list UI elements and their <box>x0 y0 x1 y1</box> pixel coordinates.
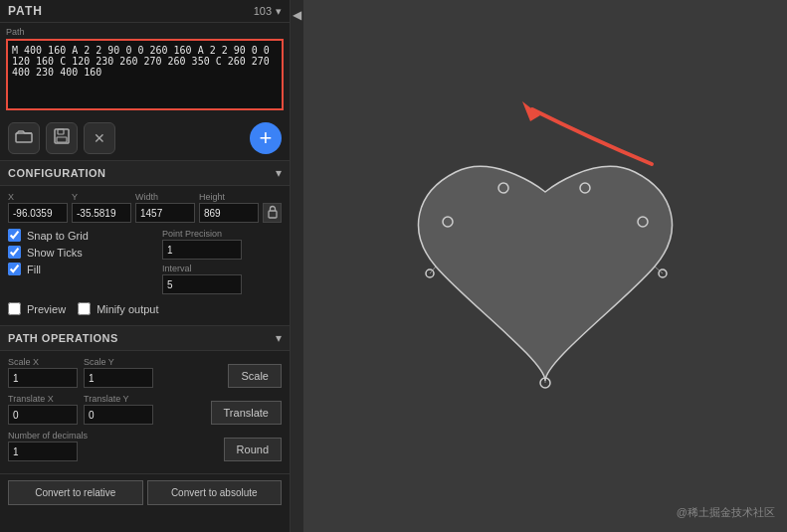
x-input[interactable] <box>8 203 68 223</box>
scale-y-label: Scale Y <box>84 357 153 367</box>
x-field-group: X <box>8 192 68 223</box>
interval-group: Interval <box>162 264 282 294</box>
width-label: Width <box>135 192 195 202</box>
canvas-area[interactable]: @稀土掘金技术社区 <box>303 0 787 532</box>
minify-row: Minify output <box>78 302 158 315</box>
fill-checkbox[interactable] <box>8 263 21 275</box>
snap-to-grid-label: Snap to Grid <box>27 230 89 242</box>
path-input[interactable]: M 400 160 A 2 2 90 0 0 260 160 A 2 2 90 … <box>6 39 284 110</box>
path-operations-title: PATH OPERATIONS <box>8 332 118 344</box>
left-panel: PATH 103 ▾ Path M 400 160 A 2 2 90 0 0 2… <box>0 0 290 532</box>
scale-button[interactable]: Scale <box>228 364 282 388</box>
minify-checkbox[interactable] <box>78 302 91 315</box>
num-decimals-label: Number of decimals <box>8 431 88 441</box>
translate-x-input[interactable] <box>8 405 78 425</box>
close-button[interactable]: ✕ <box>84 122 115 154</box>
height-label: Height <box>199 192 259 202</box>
scale-x-input[interactable] <box>8 368 78 388</box>
width-field-group: Width <box>135 192 195 223</box>
svg-rect-3 <box>57 137 67 142</box>
show-ticks-row: Show Ticks <box>8 246 154 259</box>
xywh-row: X Y Width Height <box>8 192 282 223</box>
configuration-header[interactable]: CONFIGURATION ▾ <box>0 161 290 186</box>
path-operations-header[interactable]: PATH OPERATIONS ▾ <box>0 326 290 351</box>
add-icon: + <box>260 127 273 149</box>
configuration-title: CONFIGURATION <box>8 167 106 179</box>
svg-marker-15 <box>522 101 540 121</box>
watermark: @稀土掘金技术社区 <box>677 505 775 520</box>
configuration-chevron: ▾ <box>276 166 282 180</box>
scale-x-group: Scale X <box>8 357 78 388</box>
point-precision-label: Point Precision <box>162 229 282 239</box>
add-button[interactable]: + <box>250 122 282 154</box>
config-col-left: Snap to Grid Show Ticks Fill <box>8 229 154 298</box>
toolbar-row: ✕ + <box>0 116 290 161</box>
preview-checkbox[interactable] <box>8 302 21 315</box>
collapse-icon: ◀ <box>293 8 301 22</box>
preview-row: Preview <box>8 302 66 315</box>
translate-y-group: Translate Y <box>84 394 153 425</box>
folder-button[interactable] <box>8 122 40 154</box>
path-header: PATH 103 ▾ <box>0 0 290 23</box>
show-ticks-checkbox[interactable] <box>8 246 21 259</box>
convert-relative-button[interactable]: Convert to relative <box>8 480 143 505</box>
translate-y-input[interactable] <box>84 405 153 425</box>
scale-y-group: Scale Y <box>84 357 153 388</box>
config-two-col: Snap to Grid Show Ticks Fill Point Preci… <box>8 229 282 298</box>
y-field-group: Y <box>72 192 131 223</box>
snap-to-grid-checkbox[interactable] <box>8 229 21 242</box>
path-count: 103 <box>254 5 272 17</box>
translate-y-label: Translate Y <box>84 394 153 404</box>
translate-row: Translate X Translate Y Translate <box>8 394 282 425</box>
x-label: X <box>8 192 68 202</box>
height-input[interactable] <box>199 203 259 223</box>
svg-rect-0 <box>16 133 32 142</box>
path-chevron[interactable]: ▾ <box>276 5 282 18</box>
lock-icon <box>267 205 279 221</box>
point-precision-input[interactable] <box>162 240 242 260</box>
configuration-content: X Y Width Height <box>0 186 290 326</box>
folder-icon <box>15 129 33 147</box>
collapse-handle[interactable]: ◀ <box>290 0 303 532</box>
interval-input[interactable] <box>162 274 242 294</box>
close-icon: ✕ <box>94 130 105 146</box>
num-decimals-input[interactable] <box>8 442 78 461</box>
interval-label: Interval <box>162 264 282 273</box>
path-textarea-wrap: Path M 400 160 A 2 2 90 0 0 260 160 A 2 … <box>0 23 290 116</box>
path-header-right: 103 ▾ <box>254 5 282 18</box>
path-operations-chevron: ▾ <box>276 331 282 345</box>
point-precision-group: Point Precision <box>162 229 282 260</box>
save-icon <box>53 127 71 149</box>
round-row: Number of decimals Round <box>8 431 282 461</box>
num-decimals-group: Number of decimals <box>8 431 88 461</box>
scale-y-input[interactable] <box>84 368 153 388</box>
translate-x-label: Translate X <box>8 394 78 404</box>
path-operations-content: Scale X Scale Y Scale Translate X Transl… <box>0 351 290 474</box>
minify-label: Minify output <box>97 303 158 315</box>
height-field-group: Height <box>199 192 259 223</box>
preview-minify-row: Preview Minify output <box>8 302 282 319</box>
path-title: PATH <box>8 4 43 18</box>
preview-label: Preview <box>27 303 66 315</box>
snap-to-grid-row: Snap to Grid <box>8 229 154 242</box>
scale-x-label: Scale X <box>8 357 78 367</box>
y-input[interactable] <box>72 203 131 223</box>
bottom-buttons: Convert to relative Convert to absolute <box>0 474 290 511</box>
heart-shape <box>386 122 704 411</box>
scale-row: Scale X Scale Y Scale <box>8 357 282 388</box>
convert-absolute-button[interactable]: Convert to absolute <box>147 480 283 505</box>
svg-rect-4 <box>269 211 277 218</box>
translate-x-group: Translate X <box>8 394 78 425</box>
config-col-right: Point Precision Interval <box>162 229 282 298</box>
y-label: Y <box>72 192 131 202</box>
show-ticks-label: Show Ticks <box>27 247 83 259</box>
translate-button[interactable]: Translate <box>211 401 282 425</box>
lock-button[interactable] <box>263 203 282 223</box>
fill-row: Fill <box>8 263 154 275</box>
path-label: Path <box>6 27 284 37</box>
round-button[interactable]: Round <box>224 438 282 461</box>
save-button[interactable] <box>46 122 78 154</box>
fill-label: Fill <box>27 264 41 275</box>
width-input[interactable] <box>135 203 195 223</box>
